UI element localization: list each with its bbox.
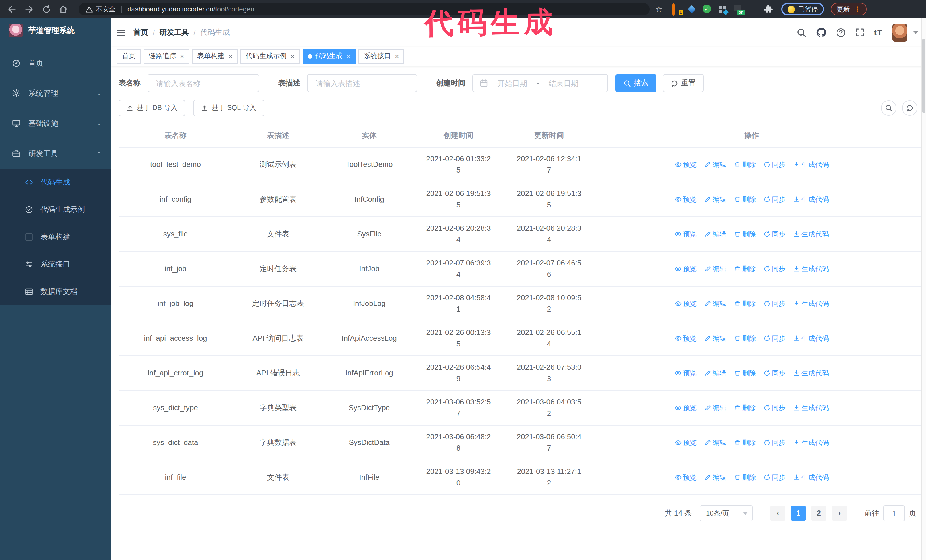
refresh-table-button[interactable] (902, 100, 917, 116)
delete-link[interactable]: 删除 (734, 159, 756, 171)
extension-icon-green-man[interactable] (749, 5, 758, 14)
preview-link[interactable]: 预览 (675, 194, 697, 205)
close-tab-icon[interactable]: × (228, 53, 233, 60)
sync-link[interactable]: 同步 (763, 367, 785, 379)
back-icon[interactable] (6, 3, 18, 15)
delete-link[interactable]: 删除 (734, 194, 756, 205)
edit-link[interactable]: 编辑 (704, 298, 726, 309)
home-icon[interactable] (57, 3, 70, 15)
page-number-2[interactable]: 2 (811, 506, 826, 521)
sync-link[interactable]: 同步 (763, 472, 785, 483)
browser-menu-icon[interactable]: ⋮ (854, 5, 861, 13)
generate-code-link[interactable]: 生成代码 (793, 263, 829, 275)
reload-icon[interactable] (40, 3, 53, 15)
table-desc-input[interactable] (307, 74, 417, 92)
tab-表单构建[interactable]: 表单构建× (192, 49, 238, 63)
user-avatar[interactable] (893, 24, 907, 41)
sync-link[interactable]: 同步 (763, 228, 785, 240)
close-tab-icon[interactable]: × (180, 53, 184, 60)
date-range-picker[interactable]: - (472, 74, 608, 92)
preview-link[interactable]: 预览 (675, 263, 697, 275)
delete-link[interactable]: 删除 (734, 437, 756, 448)
delete-link[interactable]: 删除 (734, 333, 756, 344)
delete-link[interactable]: 删除 (734, 472, 756, 483)
import-db-button[interactable]: 基于 DB 导入 (118, 100, 186, 116)
extension-icon-gem[interactable] (687, 5, 696, 14)
close-tab-icon[interactable]: × (395, 53, 399, 60)
sidebar-item-基础设施[interactable]: 基础设施⌄ (0, 108, 111, 139)
security-warning[interactable]: 不安全 (85, 5, 115, 14)
sync-link[interactable]: 同步 (763, 333, 785, 344)
sidebar-item-研发工具[interactable]: 研发工具⌃ (0, 139, 111, 169)
tab-代码生成示例[interactable]: 代码生成示例× (241, 49, 300, 63)
tab-系统接口[interactable]: 系统接口× (359, 49, 404, 63)
delete-link[interactable]: 删除 (734, 228, 756, 240)
edit-link[interactable]: 编辑 (704, 194, 726, 205)
preview-link[interactable]: 预览 (675, 402, 697, 414)
generate-code-link[interactable]: 生成代码 (793, 472, 829, 483)
generate-code-link[interactable]: 生成代码 (793, 437, 829, 448)
generate-code-link[interactable]: 生成代码 (793, 159, 829, 171)
import-sql-button[interactable]: 基于 SQL 导入 (194, 100, 264, 116)
sync-link[interactable]: 同步 (763, 194, 785, 205)
puzzle-extensions-icon[interactable] (764, 5, 773, 14)
sync-link[interactable]: 同步 (763, 159, 785, 171)
edit-link[interactable]: 编辑 (704, 437, 726, 448)
sidebar-item-首页[interactable]: 首页 (0, 48, 111, 78)
delete-link[interactable]: 删除 (734, 298, 756, 309)
header-search-icon[interactable] (797, 28, 806, 37)
sidebar-subitem-表单构建[interactable]: 表单构建 (0, 223, 111, 251)
generate-code-link[interactable]: 生成代码 (793, 228, 829, 240)
extension-icon-grid[interactable] (718, 5, 727, 14)
reset-button[interactable]: 重置 (663, 74, 704, 92)
generate-code-link[interactable]: 生成代码 (793, 333, 829, 344)
page-number-1[interactable]: 1 (791, 506, 806, 521)
bookmark-star-icon[interactable]: ☆ (655, 5, 663, 14)
breadcrumb-item[interactable]: 首页 (133, 27, 148, 38)
edit-link[interactable]: 编辑 (704, 367, 726, 379)
table-name-input[interactable] (148, 74, 259, 92)
edit-link[interactable]: 编辑 (704, 263, 726, 275)
sidebar-subitem-代码生成[interactable]: 代码生成 (0, 169, 111, 196)
preview-link[interactable]: 预览 (675, 298, 697, 309)
generate-code-link[interactable]: 生成代码 (793, 367, 829, 379)
edit-link[interactable]: 编辑 (704, 159, 726, 171)
generate-code-link[interactable]: 生成代码 (793, 402, 829, 414)
github-icon[interactable] (816, 27, 826, 38)
forward-icon[interactable] (23, 3, 35, 15)
breadcrumb-item[interactable]: 代码生成 (200, 27, 230, 38)
tab-代码生成[interactable]: 代码生成× (303, 49, 356, 63)
preview-link[interactable]: 预览 (675, 159, 697, 171)
sidebar-subitem-系统接口[interactable]: 系统接口 (0, 251, 111, 278)
search-button[interactable]: 搜索 (616, 74, 657, 92)
edit-link[interactable]: 编辑 (704, 333, 726, 344)
page-size-select[interactable]: 10条/页 (700, 505, 753, 521)
prev-page-button[interactable]: ‹ (770, 506, 785, 521)
close-tab-icon[interactable]: × (346, 53, 351, 60)
preview-link[interactable]: 预览 (675, 437, 697, 448)
font-size-icon[interactable]: tT (874, 28, 883, 37)
preview-link[interactable]: 预览 (675, 472, 697, 483)
fullscreen-icon[interactable] (855, 28, 864, 37)
sidebar-item-系统管理[interactable]: 系统管理⌄ (0, 78, 111, 108)
extension-icon-dark-on[interactable]: on (733, 5, 742, 14)
hamburger-icon[interactable] (116, 28, 126, 37)
scrollbar[interactable] (921, 18, 926, 560)
extension-icon-orange[interactable]: 1 (672, 5, 681, 14)
sync-link[interactable]: 同步 (763, 402, 785, 414)
close-tab-icon[interactable]: × (291, 53, 295, 60)
scrollbar-thumb[interactable] (922, 39, 925, 113)
delete-link[interactable]: 删除 (734, 367, 756, 379)
goto-page-input[interactable] (883, 505, 905, 521)
address-bar[interactable]: 不安全 dashboard.yudao.iocoder.cn/tool/code… (79, 3, 650, 15)
sidebar-subitem-数据库文档[interactable]: 数据库文档 (0, 278, 111, 305)
preview-link[interactable]: 预览 (675, 333, 697, 344)
tab-链路追踪[interactable]: 链路追踪× (144, 49, 189, 63)
avatar-caret-icon[interactable] (914, 31, 918, 34)
edit-link[interactable]: 编辑 (704, 402, 726, 414)
toggle-search-button[interactable] (881, 100, 896, 116)
sidebar-subitem-代码生成示例[interactable]: 代码生成示例 (0, 196, 111, 223)
breadcrumb-item[interactable]: 研发工具 (159, 27, 189, 38)
edit-link[interactable]: 编辑 (704, 472, 726, 483)
preview-link[interactable]: 预览 (675, 367, 697, 379)
